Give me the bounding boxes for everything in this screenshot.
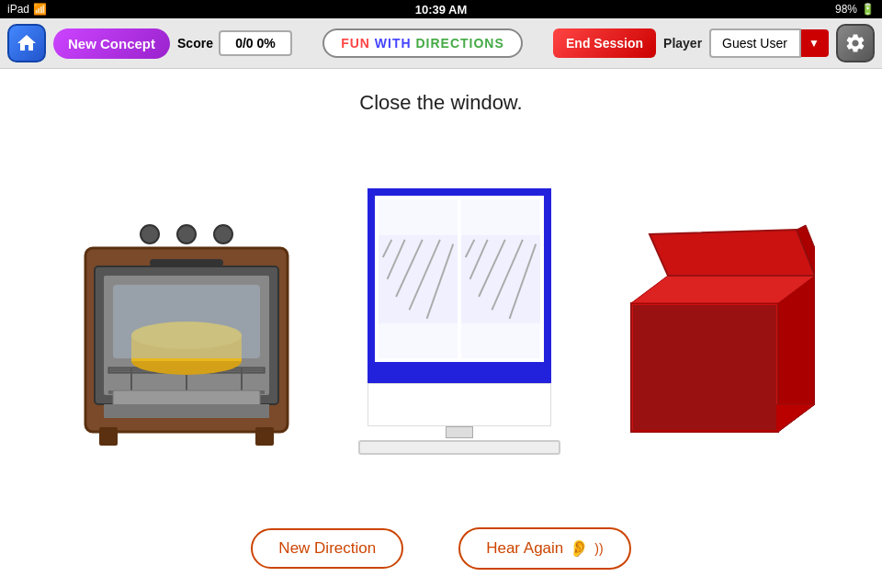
box-image[interactable] — [613, 211, 815, 432]
player-label: Player — [663, 36, 702, 51]
svg-rect-18 — [113, 285, 260, 358]
window-base — [358, 440, 560, 454]
settings-button[interactable] — [836, 24, 875, 62]
images-area — [0, 115, 882, 527]
instruction-text: Close the window. — [359, 91, 522, 115]
score-area: Score 0/0 0% — [177, 30, 292, 56]
sound-waves-icon: )) — [594, 541, 603, 556]
end-session-button[interactable]: End Session — [553, 28, 656, 58]
svg-marker-37 — [650, 230, 815, 276]
hear-again-label: Hear Again — [486, 539, 563, 558]
app-title-button[interactable]: FUN WITH DIRECTIONS — [322, 28, 523, 58]
title-fun: FUN — [341, 36, 370, 51]
score-display: 0/0 0% — [219, 30, 292, 56]
status-bar: iPad 📶 10:39 AM 98% 🔋 — [0, 0, 882, 18]
svg-point-14 — [214, 225, 232, 243]
wifi-icon: 📶 — [33, 3, 47, 16]
hear-again-button[interactable]: Hear Again 👂 )) — [458, 527, 630, 570]
user-select-area: Guest User ▼ — [709, 28, 829, 58]
ear-icon: 👂 — [569, 538, 589, 559]
toolbar: New Concept Score 0/0 0% FUN WITH DIRECT… — [0, 18, 882, 69]
window-bottom-bar — [368, 369, 551, 376]
window-pane-left — [379, 199, 458, 359]
score-label: Score — [177, 36, 213, 51]
battery-icon: 🔋 — [861, 3, 875, 16]
new-direction-button[interactable]: New Direction — [251, 528, 403, 569]
window-image[interactable] — [368, 188, 551, 455]
window-lower-body — [368, 383, 551, 426]
svg-rect-17 — [150, 259, 223, 266]
svg-rect-16 — [104, 404, 269, 418]
oven-image[interactable] — [67, 193, 306, 450]
window-sill-top — [368, 377, 551, 383]
title-with: WITH — [370, 36, 416, 51]
window-stand — [446, 426, 473, 438]
svg-point-13 — [177, 225, 196, 243]
user-dropdown-button[interactable]: ▼ — [801, 29, 829, 57]
bottom-buttons: New Direction Hear Again 👂 )) — [251, 527, 630, 570]
main-content: Close the window. — [0, 69, 882, 588]
window-frame — [368, 188, 551, 370]
svg-rect-20 — [255, 427, 274, 446]
home-button[interactable] — [7, 24, 46, 62]
app-title: FUN WITH DIRECTIONS — [300, 28, 546, 58]
guest-user-display: Guest User — [709, 28, 801, 58]
new-concept-button[interactable]: New Concept — [53, 28, 170, 59]
ipad-label: iPad — [7, 3, 29, 16]
title-directions: DIRECTIONS — [415, 36, 503, 51]
svg-rect-39 — [633, 305, 776, 430]
svg-rect-19 — [99, 427, 118, 446]
time-display: 10:39 AM — [415, 3, 468, 17]
battery-text: 98% — [835, 3, 857, 16]
svg-point-12 — [141, 225, 159, 243]
window-pane-right — [461, 199, 540, 359]
